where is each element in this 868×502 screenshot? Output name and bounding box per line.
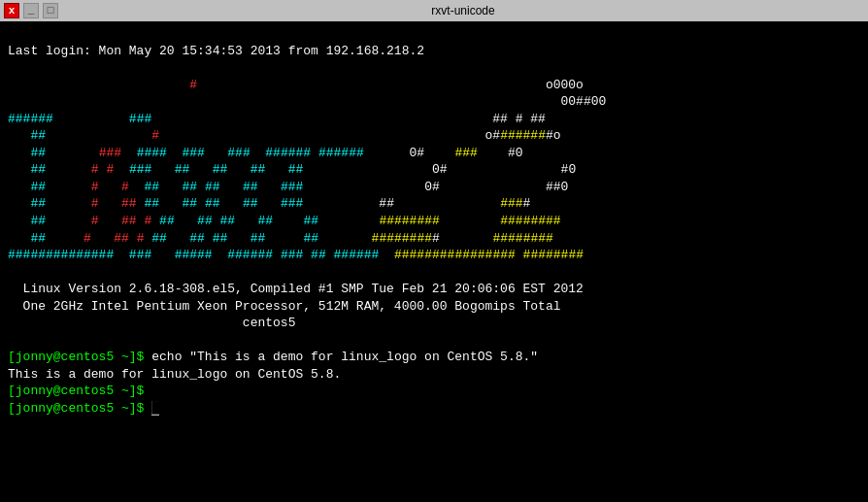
terminal[interactable]: Last login: Mon May 20 15:34:53 2013 fro… xyxy=(0,21,868,502)
minimize-button[interactable]: _ xyxy=(23,3,39,18)
output-line: This is a demo for linux_logo on CentOS … xyxy=(8,367,341,382)
minimize-label: _ xyxy=(28,5,35,17)
maximize-label: □ xyxy=(48,5,54,17)
system-info-1: Linux Version 2.6.18-308.el5, Compiled #… xyxy=(8,282,584,296)
titlebar: x _ □ rxvt-unicode xyxy=(0,0,868,21)
login-line: Last login: Mon May 20 15:34:53 2013 fro… xyxy=(8,44,424,58)
close-button[interactable]: x xyxy=(4,3,19,18)
prompt3: [jonny@centos5 ~]$ █ xyxy=(8,401,159,416)
logo-art: # o000o 00##00 ###### ### ## xyxy=(8,78,606,262)
prompt2: [jonny@centos5 ~]$ xyxy=(8,384,144,398)
window-title: rxvt-unicode xyxy=(62,4,864,17)
system-info-3: centos5 xyxy=(8,316,295,330)
close-label: x xyxy=(9,5,16,17)
cmd-line: [jonny@centos5 ~]$ echo "This is a demo … xyxy=(8,350,538,364)
maximize-button[interactable]: □ xyxy=(43,3,58,18)
system-info-2: One 2GHz Intel Pentium Xeon Processor, 5… xyxy=(8,299,561,314)
